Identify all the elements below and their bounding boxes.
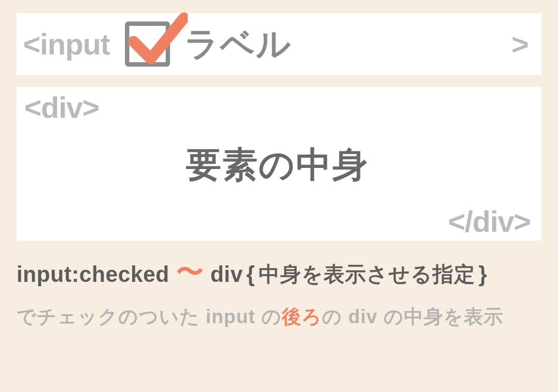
explanation-accent: 後ろ [282,306,322,327]
div-close-tag: </div> [24,204,530,241]
selector-left: input:checked [17,262,169,287]
explanation-part2: の div の中身を表示 [322,306,504,327]
brace-close: } [479,262,488,287]
input-open-tag: <input [23,27,110,61]
div-row: <div> 要素の中身 </div> [17,87,541,241]
input-row: <input ラベル > [17,13,541,75]
div-content: 要素の中身 [24,124,530,204]
brace-open: { [246,262,255,287]
input-close-tag: > [511,27,528,61]
selector-right: div [210,262,243,287]
checkbox-label: ラベル [184,21,292,67]
css-rule-caption: input:checked 〜 div { 中身を表示させる指定 } [17,256,541,293]
checkbox-icon [125,21,170,67]
div-open-tag: <div> [24,90,530,124]
explanation-caption: でチェックのついた input の後ろの div の中身を表示 [17,304,541,330]
tilde-icon: 〜 [173,254,207,291]
explanation-part1: でチェックのついた input の [17,306,282,327]
rule-text: 中身を表示させる指定 [259,260,475,288]
